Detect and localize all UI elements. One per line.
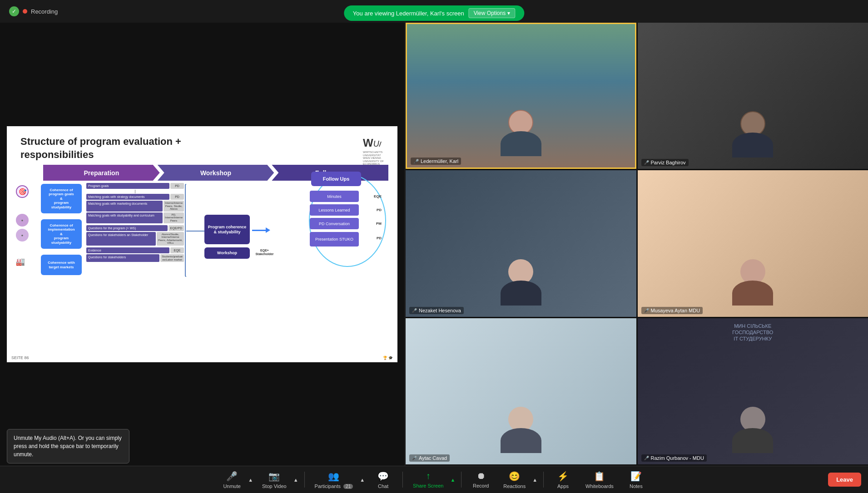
video-cell-aytac: 🎤 Aytac Cavad — [406, 318, 636, 464]
bottom-toolbar: 🎤 Unmute ▲ 📷 Stop Video ▲ 👥 Participants… — [0, 466, 868, 493]
tooltip-unmute: Unmute My Audio (Alt+A). Or you can simp… — [7, 429, 129, 463]
pd-conversation-box: PD Conversation — [310, 218, 359, 229]
toolbar-separator-2 — [402, 472, 403, 488]
stop-video-button[interactable]: 📷 Stop Video — [257, 468, 292, 491]
camera-icon: 📷 — [268, 471, 280, 482]
slide-logo: WU/ WIRTSCHAFTSUNIVERSITÄTWIEN VIENNAUNI… — [363, 135, 384, 169]
table-row: Questions for stakeholders Students/grad… — [86, 254, 184, 262]
left-icon-area: 🎯 ● ● 🏭 — [16, 185, 39, 266]
pd-label-1: PD — [377, 208, 382, 212]
share-screen-icon: ↑ — [426, 471, 431, 481]
video-cell-ledermüller: 🎤 Ledermüller, Karl — [406, 23, 636, 169]
unmute-button[interactable]: 🎤 Unmute — [217, 468, 247, 491]
reactions-chevron[interactable]: ▲ — [531, 475, 539, 485]
microphone-muted-icon: 🎤 — [226, 471, 238, 482]
workshop-program-box: Program coherence & studyability — [204, 215, 250, 244]
toolbar-separator-4 — [543, 472, 544, 488]
unmute-group: 🎤 Unmute ▲ — [217, 468, 254, 491]
table-row: Questions for stakeholders an Stakeholde… — [86, 232, 184, 246]
apps-icon: ⚡ — [557, 471, 569, 482]
record-button[interactable]: ⏺ Record — [466, 468, 496, 491]
toolbar-separator-3 — [461, 472, 461, 488]
coherence-box-3: Coherence with target markets — [41, 255, 82, 275]
participant-name-nezaket: 🎤 Nezaket Hesenova — [409, 307, 464, 314]
reactions-icon: 😊 — [509, 471, 520, 482]
table-row: Questions for the program (+ WS) EQE/PD — [86, 225, 184, 231]
view-options-button[interactable]: View Options ▾ — [469, 8, 515, 18]
share-screen-chevron[interactable]: ▲ — [449, 475, 456, 485]
stop-video-group: 📷 Stop Video ▲ — [257, 468, 300, 491]
eqe-label-1: EQE — [374, 194, 382, 198]
slide-title: Structure of program evaluation +respons… — [7, 126, 397, 166]
main-content-area: Structure of program evaluation +respons… — [0, 23, 404, 466]
apps-button[interactable]: ⚡ Apps — [548, 468, 578, 491]
whiteboards-button[interactable]: 📋 Whiteboards — [580, 468, 619, 491]
pm-label: PM — [376, 222, 382, 226]
slide-diagram: Preparation Workshop Follow-up 🎯 ● ● 🏭 — [16, 165, 388, 351]
minutes-box: Minutes — [310, 191, 359, 202]
arrow-connector — [252, 227, 270, 233]
video-cell-razim: МИН СІЛЬСЬКЕГОСПОДАРСТВОIT СТУДЕРУНКУ 🎤 … — [638, 318, 868, 464]
chat-icon: 💬 — [377, 471, 389, 482]
record-icon: ⏺ — [476, 471, 486, 481]
participants-icon: 👥 — [328, 471, 339, 482]
participant-name-aytac: 🎤 Aytac Cavad — [409, 454, 450, 462]
eqe-stakeholder-label: EQE+Stakeholder — [252, 249, 277, 256]
leave-button[interactable]: Leave — [828, 473, 861, 487]
table-row: Evidence EQE — [86, 247, 184, 253]
toolbar-separator-1 — [304, 472, 305, 488]
participants-chevron[interactable]: ▲ — [358, 475, 366, 485]
video-chevron[interactable]: ▲ — [292, 475, 300, 485]
slide-logos-bottom: 🏆 🎓 — [383, 356, 393, 360]
share-screen-button[interactable]: ↑ Share Screen — [407, 468, 449, 491]
whiteboards-icon: 📋 — [594, 471, 605, 482]
participant-name-parviz: 🎤 Parviz Baghirov — [641, 159, 689, 166]
participant-name-ledermüller: 🎤 Ledermüller, Karl — [411, 158, 461, 165]
participants-group: 👥 Participants 21 ▲ — [309, 468, 367, 491]
table-row: Program goals PD — [86, 183, 184, 189]
shield-icon: ✓ — [9, 6, 19, 16]
participant-name-razim: 🎤 Razim Qurbanov - MDU — [641, 454, 707, 462]
workshop-label-box: Workshop — [204, 247, 250, 259]
table-row: Matching goals with studyability and cur… — [86, 212, 184, 223]
phase-preparation: Preparation — [43, 165, 160, 181]
coherence-box-2: Coherence ofimplementation&programstudya… — [41, 219, 82, 249]
notes-button[interactable]: 📝 Notes — [621, 468, 651, 491]
recording-label: Recording — [31, 8, 58, 15]
lessons-box: Lessons Learned — [310, 204, 359, 216]
bracket-connector — [186, 231, 204, 232]
share-screen-group: ↑ Share Screen ▲ — [407, 468, 456, 491]
pd-label-2: PD — [377, 236, 382, 240]
video-cell-musayeva: 🎤 Musayeva Aytan MDU — [638, 170, 868, 316]
recording-dot — [23, 9, 27, 14]
video-grid: 🎤 Ledermüller, Karl 🎤 Parviz Baghirov — [406, 23, 868, 466]
followups-box: Follow Ups — [311, 172, 361, 186]
chat-button[interactable]: 💬 Chat — [368, 468, 398, 491]
participants-button[interactable]: 👥 Participants 21 — [309, 468, 359, 491]
middle-table-section: Program goals PD Matching goals with str… — [86, 183, 184, 263]
presentation-box: Presentation STUKO — [310, 232, 359, 246]
notes-icon: 📝 — [630, 471, 642, 482]
slide-page-number: SEITE 86 — [11, 355, 29, 360]
share-banner-text: You are viewing Ledermüller, Karl's scre… — [353, 10, 464, 17]
video-cell-nezaket: 🎤 Nezaket Hesenova — [406, 170, 636, 316]
reactions-button[interactable]: 😊 Reactions — [498, 468, 531, 491]
coherence-box-1: Coherence ofprogram goals&programstudyab… — [41, 184, 82, 213]
share-banner: You are viewing Ledermüller, Karl's scre… — [344, 5, 524, 21]
slide-presentation: Structure of program evaluation +respons… — [7, 126, 397, 362]
phase-workshop: Workshop — [158, 165, 274, 181]
reactions-group: 😊 Reactions ▲ — [498, 468, 539, 491]
video-cell-parviz: 🎤 Parviz Baghirov — [638, 23, 868, 169]
recording-indicator: ✓ Recording — [9, 6, 58, 16]
participant-name-musayeva: 🎤 Musayeva Aytan MDU — [641, 307, 703, 314]
table-row: Matching goals with marketing documents … — [86, 201, 184, 212]
table-row: Matching goals with strategy documents P… — [86, 194, 184, 200]
unmute-chevron[interactable]: ▲ — [247, 475, 254, 485]
